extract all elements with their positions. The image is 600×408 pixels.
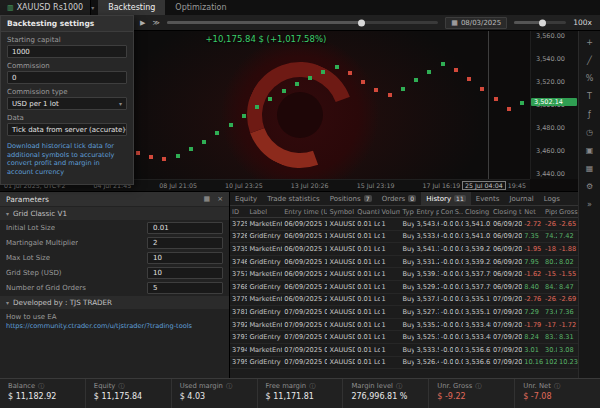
history-row[interactable]: 3793GridEntry07/09/2025 03:05XAUUSD0.01 … bbox=[230, 331, 578, 344]
column-header-type[interactable]: Type bbox=[400, 206, 414, 218]
cell-quantity: 0.01 Lots bbox=[355, 356, 379, 369]
trendline-icon[interactable]: ╱ bbox=[583, 55, 597, 66]
history-row[interactable]: 3757MarketEntry06/09/2025 21:02XAUUSD0.0… bbox=[230, 268, 578, 281]
column-header-gross[interactable]: Gross bbox=[557, 206, 578, 218]
cell-type: Buy bbox=[400, 331, 414, 344]
param-label: Martingale Multiplier bbox=[6, 239, 78, 247]
column-header-volume[interactable]: Volume bbox=[380, 206, 401, 218]
column-header-entry-time-utc-2[interactable]: Entry time (UTC+2) bbox=[282, 206, 327, 218]
cell-entry-time-utc-2: 07/09/2025 03:05 bbox=[282, 331, 327, 344]
commission-type-select[interactable]: USD per 1 lot▾ bbox=[7, 97, 127, 110]
cell-closing-p: 3,537.75 bbox=[463, 280, 491, 293]
column-header-id[interactable]: ID bbox=[230, 206, 247, 218]
cell-id: 3792 bbox=[230, 318, 247, 331]
chevron-down-icon: ▾ bbox=[6, 299, 9, 306]
column-header-com[interactable]: Com... bbox=[439, 206, 453, 218]
playhead-line[interactable] bbox=[488, 31, 489, 179]
cell-closing-tim: 06/09/2025 21:02 bbox=[491, 243, 522, 256]
history-row[interactable]: 3768GridEntry06/09/2025 21:24XAUUSD0.01 … bbox=[230, 280, 578, 293]
indicator-icon[interactable]: ƒ bbox=[583, 109, 597, 120]
status-value: $ 4.03 bbox=[180, 392, 249, 401]
param-value-input[interactable]: 10 bbox=[147, 252, 223, 264]
param-value-input[interactable]: 10 bbox=[147, 267, 223, 279]
history-row[interactable]: 3792MarketEntry07/09/2025 02:11XAUUSD0.0… bbox=[230, 318, 578, 331]
tab-orders[interactable]: Orders0 bbox=[377, 192, 422, 205]
tab-label: Trade statistics bbox=[267, 195, 320, 203]
fibonacci-icon[interactable]: % bbox=[583, 73, 597, 84]
close-icon[interactable]: × bbox=[217, 195, 223, 203]
cell-volume: 1 bbox=[380, 230, 401, 243]
settings-icon[interactable]: ⚙ bbox=[583, 181, 597, 192]
play-button[interactable]: ▶ bbox=[140, 19, 145, 27]
layout-icon[interactable]: ▦ bbox=[204, 195, 211, 203]
tab-logs[interactable]: Logs bbox=[539, 192, 565, 205]
column-header-closing-p[interactable]: Closing p... bbox=[463, 206, 491, 218]
cell-type: Buy bbox=[400, 218, 414, 231]
commission-input[interactable]: 0 bbox=[7, 71, 127, 84]
tab-positions[interactable]: Positions7 bbox=[325, 192, 377, 205]
cell-entry-p: 3,526.40 bbox=[414, 356, 438, 369]
tab-events[interactable]: Events bbox=[471, 192, 505, 205]
cell-com: -0.07 bbox=[439, 293, 453, 306]
backtest-progress-slider[interactable] bbox=[167, 21, 439, 24]
text-tool-icon[interactable]: T bbox=[583, 91, 597, 102]
instrument-tab[interactable]: ▥ XAUUSD Rs1000 bbox=[0, 0, 91, 15]
status-value: $ 11,175.84 bbox=[94, 392, 163, 401]
progress-thumb[interactable] bbox=[358, 19, 365, 26]
section-developed-by[interactable]: ▾ Developed by : TJS TRADER bbox=[0, 296, 229, 309]
cell-com: -0.07 bbox=[439, 306, 453, 319]
howto-link[interactable]: https://community.ctrader.com/u/tjstrade… bbox=[0, 322, 229, 335]
price-dot bbox=[401, 87, 405, 91]
column-header-quantity[interactable]: Quantity bbox=[355, 206, 379, 218]
column-header-closing-tim[interactable]: Closing tim... bbox=[491, 206, 522, 218]
grid-icon[interactable]: ▦ bbox=[583, 163, 597, 174]
clock-icon[interactable]: ◷ bbox=[583, 127, 597, 138]
history-row[interactable]: 3794MarketEntry07/09/2025 05:28XAUUSD0.0… bbox=[230, 343, 578, 356]
field-label-starting-capital: Starting capital bbox=[1, 32, 133, 45]
param-value-input[interactable]: 2 bbox=[147, 237, 223, 249]
fast-forward-button[interactable]: ≫ bbox=[152, 19, 159, 27]
field-value: USD per 1 lot bbox=[12, 100, 59, 108]
column-header-entry-p[interactable]: Entry p... bbox=[414, 206, 438, 218]
speed-thumb[interactable] bbox=[539, 19, 546, 26]
starting-capital-input[interactable]: 1000 bbox=[7, 45, 127, 58]
speed-slider[interactable] bbox=[514, 21, 566, 24]
status-free-margin: Free marginⓘ$ 11,171.81 bbox=[257, 379, 343, 408]
price-dot bbox=[242, 114, 246, 118]
history-row[interactable]: 3781GridEntry07/09/2025 00:21XAUUSD0.01 … bbox=[230, 306, 578, 319]
crosshair-icon[interactable]: + bbox=[583, 37, 597, 48]
column-header-net[interactable]: Net bbox=[522, 206, 543, 218]
history-row[interactable]: 3779MarketEntry06/09/2025 23:45XAUUSD0.0… bbox=[230, 293, 578, 306]
section-grid-classic-v1[interactable]: ▾ Grid Classic V1 bbox=[0, 207, 229, 220]
tab-history[interactable]: History11 bbox=[421, 192, 471, 205]
chevron-down-icon[interactable]: ▾ bbox=[91, 0, 98, 15]
tab-optimization[interactable]: Optimization bbox=[165, 0, 236, 15]
info-icon: ⓘ bbox=[554, 382, 560, 391]
history-row[interactable]: 3726GridEntry06/09/2025 17:46XAUUSD0.01 … bbox=[230, 230, 578, 243]
instrument-label: XAUUSD Rs1000 bbox=[17, 3, 84, 12]
end-date-picker[interactable]: ▦ 08/03/2025 bbox=[445, 17, 507, 29]
price-dot bbox=[202, 140, 206, 144]
history-row[interactable]: 3746GridEntry06/09/2025 19:58XAUUSD0.01 … bbox=[230, 255, 578, 268]
param-value-input[interactable]: 0.01 bbox=[147, 222, 223, 234]
price-dot bbox=[335, 65, 339, 69]
column-header-symbol[interactable]: Symbol bbox=[327, 206, 355, 218]
history-row[interactable]: 3735MarketEntry06/09/2025 19:17XAUUSD0.0… bbox=[230, 243, 578, 256]
history-row[interactable]: 3795GridEntry07/09/2025 06:29XAUUSD0.01 … bbox=[230, 356, 578, 369]
cell-label: MarketEntry bbox=[247, 343, 282, 356]
tab-journal[interactable]: Journal bbox=[504, 192, 538, 205]
data-select[interactable]: Tick data from server (accurate)▾ bbox=[7, 123, 127, 136]
snapshot-icon[interactable]: ▣ bbox=[583, 145, 597, 156]
status-unr-net: Unr. Netⓘ$ -7.08 bbox=[514, 379, 600, 408]
column-header-s[interactable]: S... bbox=[453, 206, 463, 218]
collapse-icon[interactable]: » bbox=[583, 199, 597, 210]
column-header-label[interactable]: Label bbox=[247, 206, 282, 218]
tab-trade-statistics[interactable]: Trade statistics bbox=[262, 192, 325, 205]
column-header-pips[interactable]: Pips bbox=[543, 206, 557, 218]
tab-backtesting[interactable]: Backtesting bbox=[98, 0, 165, 15]
cell-label: MarketEntry bbox=[247, 243, 282, 256]
param-value-input[interactable]: 5 bbox=[147, 282, 223, 294]
cell-label: MarketEntry bbox=[247, 293, 282, 306]
history-row[interactable]: 3725MarketEntry06/09/2025 17:07XAUUSD0.0… bbox=[230, 218, 578, 231]
tab-equity[interactable]: Equity bbox=[230, 192, 262, 205]
